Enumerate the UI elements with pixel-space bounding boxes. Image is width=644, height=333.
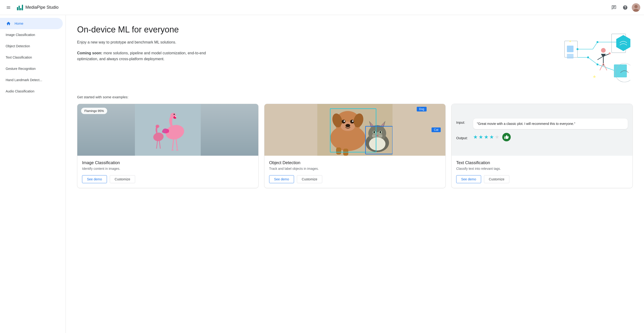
svg-point-30 bbox=[174, 114, 175, 115]
flamingo-label: Flamingo 95% bbox=[81, 108, 107, 114]
star-4: ★ bbox=[489, 134, 494, 140]
star-3: ★ bbox=[484, 134, 489, 140]
svg-marker-6 bbox=[616, 35, 630, 51]
svg-rect-48 bbox=[336, 147, 341, 155]
image-classification-customize-button[interactable]: Customize bbox=[110, 175, 135, 183]
hero-illustration bbox=[548, 25, 633, 86]
card-object-detection-image: Dog Cat bbox=[264, 104, 446, 156]
sidebar-label-gesture-recognition: Gesture Recognition bbox=[6, 67, 36, 71]
cat-label: Cat bbox=[432, 127, 441, 132]
card-image-classification-body: Image Classification Identify content in… bbox=[77, 156, 258, 188]
sidebar: Home Image Classification Object Detecti… bbox=[0, 15, 66, 333]
sidebar-label-audio-classification: Audio Classification bbox=[6, 89, 34, 93]
help-button[interactable] bbox=[620, 3, 630, 12]
card-object-detection-body: Object Detection Track and label objects… bbox=[264, 156, 446, 188]
sidebar-label-object-detection: Object Detection bbox=[6, 44, 30, 48]
card-text-classification-desc: Classify text into relevant tags. bbox=[456, 167, 628, 170]
feedback-button[interactable] bbox=[609, 3, 618, 12]
dog-label: Dog bbox=[417, 107, 426, 112]
sidebar-label-hand-landmark: Hand Landmark Detect... bbox=[6, 78, 42, 82]
svg-point-59 bbox=[374, 131, 375, 133]
svg-point-66 bbox=[369, 137, 386, 151]
text-class-input-bubble: "Great movie with a classic plot. I will… bbox=[473, 119, 628, 129]
card-image-classification-desc: Identify content in images. bbox=[82, 167, 254, 170]
sidebar-item-hand-landmark[interactable]: Hand Landmark Detect... bbox=[0, 74, 63, 86]
svg-rect-5 bbox=[614, 65, 627, 77]
thumbs-up-icon bbox=[502, 133, 511, 141]
cards-grid: Flamingo 95% bbox=[77, 104, 633, 188]
sidebar-item-home[interactable]: Home bbox=[0, 18, 63, 29]
svg-point-43 bbox=[342, 120, 346, 123]
svg-point-15 bbox=[587, 57, 589, 58]
image-classification-see-demo-button[interactable]: See demo bbox=[82, 175, 107, 183]
sidebar-item-image-classification[interactable]: Image Classification bbox=[0, 29, 63, 41]
hero-coming-soon: Coming soon: more solutions, pipeline an… bbox=[77, 50, 223, 62]
main-content: On-device ML for everyone Enjoy a new wa… bbox=[66, 15, 644, 333]
svg-point-19 bbox=[601, 48, 606, 53]
app-logo: MediaPipe Studio bbox=[17, 5, 58, 10]
card-image-classification-actions: See demo Customize bbox=[82, 175, 254, 183]
app-title: MediaPipe Studio bbox=[26, 5, 58, 10]
text-class-input-row: Input: "Great movie with a classic plot.… bbox=[456, 119, 628, 129]
sidebar-item-gesture-recognition[interactable]: Gesture Recognition bbox=[0, 63, 63, 74]
sidebar-label-home: Home bbox=[14, 22, 23, 26]
object-detection-customize-button[interactable]: Customize bbox=[297, 175, 322, 183]
text-classification-see-demo-button[interactable]: See demo bbox=[456, 175, 481, 183]
svg-line-8 bbox=[593, 42, 598, 49]
svg-point-34 bbox=[156, 125, 159, 128]
svg-point-16 bbox=[596, 64, 598, 65]
card-text-classification-image: Input: "Great movie with a classic plot.… bbox=[452, 104, 632, 156]
text-class-output-label: Output: bbox=[456, 134, 470, 140]
card-text-classification-title: Text Classification bbox=[456, 160, 628, 165]
svg-point-11 bbox=[596, 41, 598, 43]
sidebar-item-text-classification[interactable]: Text Classification bbox=[0, 52, 63, 63]
header-actions bbox=[609, 3, 640, 12]
text-class-output-row: Output: ★ ★ ★ ★ ★ bbox=[456, 133, 628, 141]
hero-section: On-device ML for everyone Enjoy a new wa… bbox=[77, 25, 633, 86]
star-5: ★ bbox=[495, 134, 500, 140]
menu-button[interactable] bbox=[4, 3, 13, 12]
svg-line-21 bbox=[600, 63, 603, 70]
card-image-classification-image: Flamingo 95% bbox=[77, 104, 258, 156]
star-1: ★ bbox=[473, 134, 478, 140]
card-object-detection-actions: See demo Customize bbox=[269, 175, 441, 183]
card-object-detection: Dog Cat Object Detection Track and label… bbox=[264, 104, 446, 188]
svg-point-47 bbox=[346, 124, 350, 127]
svg-point-10 bbox=[576, 48, 578, 50]
svg-rect-18 bbox=[567, 54, 574, 59]
app-body: Home Image Classification Object Detecti… bbox=[0, 15, 644, 333]
star-2: ★ bbox=[478, 134, 483, 140]
sidebar-item-audio-classification[interactable]: Audio Classification bbox=[0, 86, 63, 97]
hero-subtitle: Enjoy a new way to prototype and benchma… bbox=[77, 39, 223, 45]
svg-point-1 bbox=[634, 5, 638, 8]
svg-point-46 bbox=[352, 120, 354, 122]
hero-text: On-device ML for everyone Enjoy a new wa… bbox=[77, 25, 223, 62]
card-object-detection-desc: Track and label objects in images. bbox=[269, 167, 441, 170]
card-image-classification: Flamingo 95% bbox=[77, 104, 258, 188]
object-detection-see-demo-button[interactable]: See demo bbox=[269, 175, 294, 183]
card-image-classification-title: Image Classification bbox=[82, 160, 254, 165]
svg-point-25 bbox=[609, 53, 610, 54]
text-class-input-label: Input: bbox=[456, 119, 470, 124]
coming-soon-label: Coming soon: bbox=[77, 51, 102, 55]
svg-point-60 bbox=[380, 131, 381, 133]
svg-line-23 bbox=[598, 56, 603, 60]
card-object-detection-title: Object Detection bbox=[269, 160, 441, 165]
svg-point-44 bbox=[350, 120, 354, 123]
user-avatar[interactable] bbox=[632, 3, 640, 12]
sidebar-label-image-classification: Image Classification bbox=[6, 33, 35, 37]
text-classification-customize-button[interactable]: Customize bbox=[484, 175, 509, 183]
sidebar-label-text-classification: Text Classification bbox=[6, 56, 32, 59]
card-text-classification-body: Text Classification Classify text into r… bbox=[452, 156, 632, 188]
svg-rect-17 bbox=[567, 46, 574, 52]
svg-line-13 bbox=[588, 57, 598, 65]
examples-label: Get started with some examples: bbox=[77, 95, 633, 99]
app-header: MediaPipe Studio bbox=[0, 0, 644, 15]
logo-icon bbox=[17, 5, 23, 10]
card-text-classification-actions: See demo Customize bbox=[456, 175, 628, 183]
star-rating: ★ ★ ★ ★ ★ bbox=[473, 134, 500, 140]
sidebar-item-object-detection[interactable]: Object Detection bbox=[0, 41, 63, 52]
hero-title: On-device ML for everyone bbox=[77, 25, 223, 35]
card-text-classification: Input: "Great movie with a classic plot.… bbox=[451, 104, 633, 188]
home-icon bbox=[6, 21, 11, 26]
